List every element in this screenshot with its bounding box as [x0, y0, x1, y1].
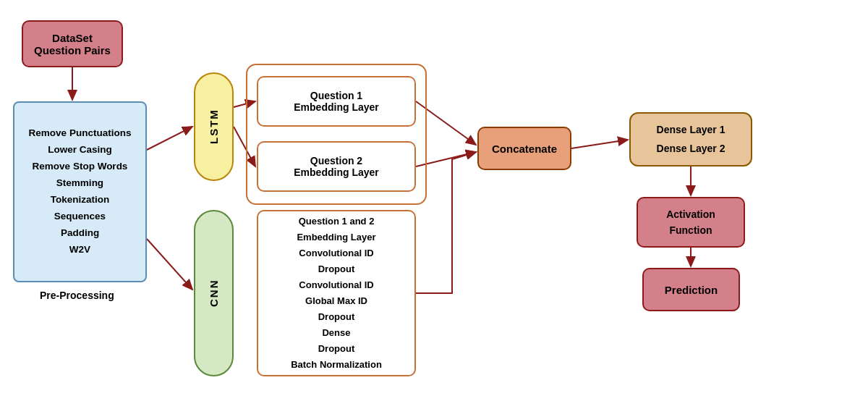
q1-embed-box: Question 1 Embedding Layer [257, 76, 416, 127]
diagram: DataSet Question Pairs Remove Punctuatio… [0, 0, 868, 409]
preprocess-footer: Pre-Processing [40, 290, 114, 301]
svg-line-4 [147, 239, 192, 290]
q2-embed-box: Question 2 Embedding Layer [257, 141, 416, 192]
dense-box: Dense Layer 1 Dense Layer 2 [629, 112, 752, 166]
cnn-content-items: Question 1 and 2 Embedding Layer Convolu… [291, 214, 382, 374]
cnn-item-3: Convolutional ID [299, 245, 373, 261]
activation-box: Activation Function [637, 197, 745, 248]
cnn-item-1: Question 1 and 2 [299, 214, 375, 229]
q2-embed-label: Question 2 Embedding Layer [294, 155, 378, 178]
svg-line-3 [147, 127, 192, 150]
cnn-label: CNN [208, 279, 220, 308]
pre-item-7: Padding [61, 225, 99, 242]
pre-item-8: W2V [69, 242, 90, 258]
lstm-label: LSTM [208, 109, 220, 145]
svg-line-9 [571, 140, 628, 148]
cnn-box: CNN [194, 210, 234, 376]
concat-label: Concatenate [492, 143, 557, 155]
pre-item-4: Stemming [56, 175, 103, 192]
pre-item-1: Remove Punctuations [29, 125, 132, 142]
pre-item-3: Remove Stop Words [33, 159, 128, 175]
prediction-label: Prediction [665, 284, 718, 296]
cnn-item-9: Dropout [318, 341, 355, 357]
pre-item-6: Sequences [54, 208, 106, 225]
cnn-item-4: Dropout [318, 261, 355, 277]
preprocess-items: Remove Punctuations Lower Casing Remove … [29, 125, 132, 258]
cnn-item-5: Convolutional ID [299, 277, 373, 293]
activation-label: Activation Function [666, 206, 715, 239]
cnn-item-6: Global Max ID [305, 293, 367, 309]
lstm-box: LSTM [194, 72, 234, 181]
prediction-box: Prediction [642, 268, 740, 311]
cnn-item-7: Dropout [318, 309, 355, 325]
dataset-box: DataSet Question Pairs [22, 20, 123, 67]
cnn-item-8: Dense [322, 325, 350, 341]
cnn-item-10: Batch Normalization [291, 357, 382, 373]
dense-label-1: Dense Layer 1 [657, 121, 726, 139]
dense-label-2: Dense Layer 2 [657, 140, 726, 158]
concat-box: Concatenate [477, 127, 571, 170]
pre-item-2: Lower Casing [48, 142, 112, 159]
cnn-item-2: Embedding Layer [297, 229, 375, 245]
pre-item-5: Tokenization [51, 192, 110, 208]
cnn-content-box: Question 1 and 2 Embedding Layer Convolu… [257, 210, 416, 376]
q1-embed-label: Question 1 Embedding Layer [294, 90, 378, 113]
dataset-label: DataSet Question Pairs [34, 32, 111, 56]
preprocess-box: Remove Punctuations Lower Casing Remove … [13, 101, 147, 282]
